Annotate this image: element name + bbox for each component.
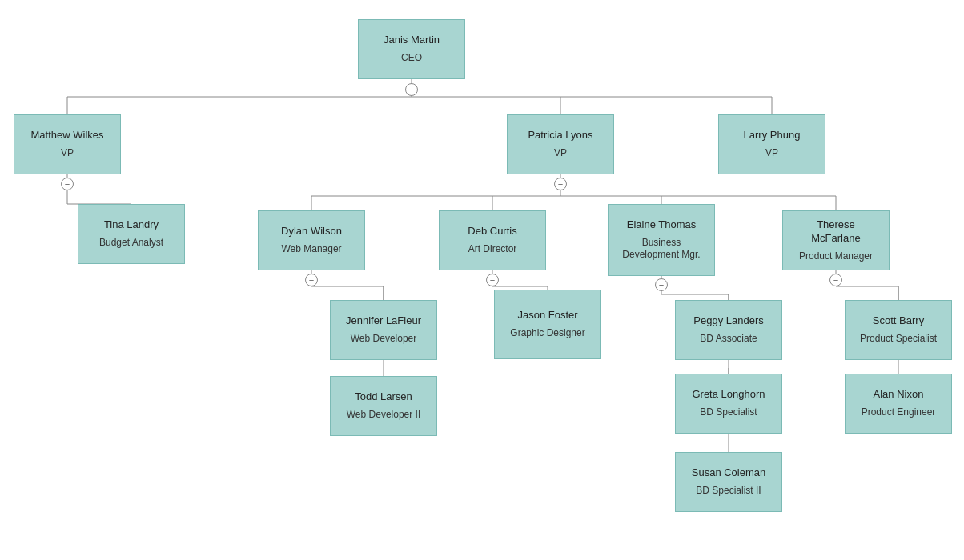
- node-janis: Janis Martin CEO: [358, 19, 465, 79]
- node-jennifer: Jennifer LaFleur Web Developer: [330, 300, 437, 360]
- node-tina-name: Tina Landry: [104, 218, 159, 232]
- node-peggy-name: Peggy Landers: [693, 314, 763, 328]
- node-jason: Jason Foster Graphic Designer: [494, 290, 601, 359]
- node-elaine-name: Elaine Thomas: [627, 218, 696, 232]
- node-dylan-title: Web Manager: [281, 243, 341, 256]
- node-matthew: Matthew Wilkes VP: [14, 114, 121, 174]
- node-tina-title: Budget Analyst: [99, 237, 163, 250]
- node-todd-name: Todd Larsen: [355, 390, 412, 404]
- node-tina: Tina Landry Budget Analyst: [78, 204, 185, 264]
- connector-lines: [0, 0, 964, 560]
- node-peggy: Peggy Landers BD Associate: [675, 300, 782, 360]
- node-jason-title: Graphic Designer: [510, 327, 584, 340]
- node-jennifer-name: Jennifer LaFleur: [346, 314, 421, 328]
- node-patricia-title: VP: [554, 147, 567, 160]
- collapse-dylan[interactable]: −: [305, 274, 318, 286]
- collapse-elaine[interactable]: −: [655, 278, 668, 291]
- node-scott: Scott Barry Product Specialist: [845, 300, 952, 360]
- node-greta-name: Greta Longhorn: [692, 388, 765, 402]
- node-therese-name: Therese McFarlane: [791, 218, 881, 246]
- node-patricia: Patricia Lyons VP: [507, 114, 614, 174]
- node-larry-name: Larry Phung: [744, 129, 801, 142]
- collapse-deb[interactable]: −: [486, 274, 499, 286]
- node-jason-name: Jason Foster: [517, 309, 577, 322]
- node-alan-name: Alan Nixon: [874, 388, 924, 402]
- node-therese: Therese McFarlane Product Manager: [782, 210, 890, 270]
- collapse-therese[interactable]: −: [829, 274, 842, 286]
- node-jennifer-title: Web Developer: [351, 333, 417, 346]
- node-alan: Alan Nixon Product Engineer: [845, 374, 952, 434]
- node-therese-title: Product Manager: [799, 250, 873, 263]
- node-susan-title: BD Specialist II: [696, 485, 761, 498]
- node-deb-title: Art Director: [468, 243, 517, 256]
- node-matthew-title: VP: [61, 147, 74, 160]
- node-greta-title: BD Specialist: [700, 406, 757, 419]
- node-patricia-name: Patricia Lyons: [528, 129, 592, 142]
- node-janis-title: CEO: [401, 52, 422, 65]
- node-elaine: Elaine Thomas Business Development Mgr.: [608, 204, 715, 276]
- node-todd: Todd Larsen Web Developer II: [330, 376, 437, 436]
- node-elaine-title: Business Development Mgr.: [617, 237, 706, 262]
- node-susan-name: Susan Coleman: [692, 466, 766, 480]
- node-larry-title: VP: [765, 147, 778, 160]
- node-todd-title: Web Developer II: [347, 409, 421, 422]
- node-deb: Deb Curtis Art Director: [439, 210, 546, 270]
- node-scott-title: Product Specialist: [860, 333, 937, 346]
- collapse-matthew[interactable]: −: [61, 178, 74, 190]
- node-dylan: Dylan Wilson Web Manager: [258, 210, 365, 270]
- collapse-janis[interactable]: −: [405, 83, 418, 96]
- node-alan-title: Product Engineer: [862, 406, 936, 419]
- node-larry: Larry Phung VP: [718, 114, 825, 174]
- node-susan: Susan Coleman BD Specialist II: [675, 452, 782, 512]
- node-dylan-name: Dylan Wilson: [281, 225, 342, 238]
- node-deb-name: Deb Curtis: [468, 225, 516, 238]
- node-peggy-title: BD Associate: [700, 333, 757, 346]
- org-chart: Janis Martin CEO − Matthew Wilkes VP − P…: [0, 0, 964, 560]
- node-scott-name: Scott Barry: [873, 314, 924, 328]
- node-matthew-name: Matthew Wilkes: [30, 129, 103, 142]
- node-janis-name: Janis Martin: [384, 34, 440, 47]
- node-greta: Greta Longhorn BD Specialist: [675, 374, 782, 434]
- collapse-patricia[interactable]: −: [554, 178, 567, 190]
